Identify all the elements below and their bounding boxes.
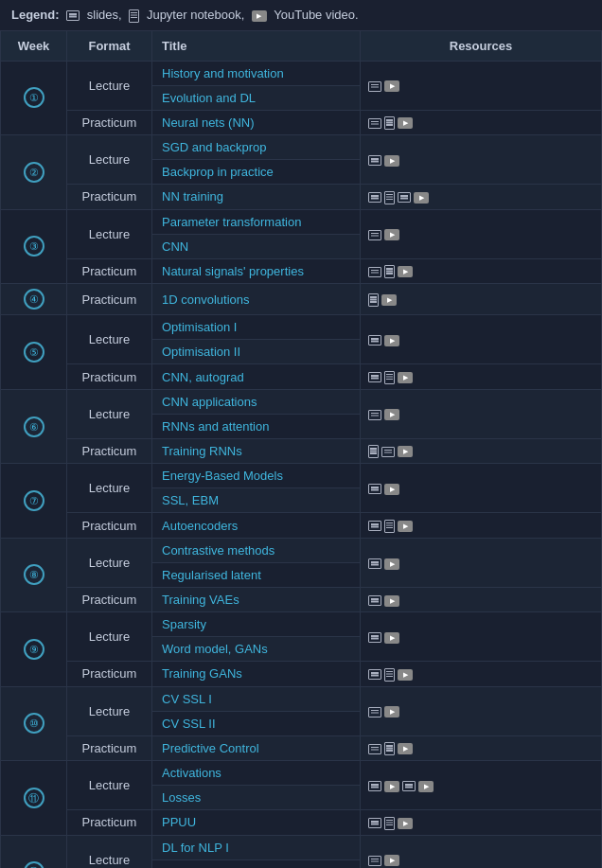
title-cell[interactable]: Predictive Control	[152, 735, 361, 761]
slides-icon[interactable]	[402, 781, 416, 791]
youtube-icon[interactable]	[381, 294, 397, 306]
title-cell[interactable]: SGD and backprop	[152, 135, 361, 160]
title-cell[interactable]: Parameter transformation	[152, 209, 361, 234]
jupyter-icon[interactable]	[384, 817, 395, 830]
table-row: ⑤LectureOptimisation I	[1, 315, 602, 340]
title-cell[interactable]: PPUU	[152, 810, 361, 836]
slides-icon[interactable]	[368, 856, 381, 866]
title-cell[interactable]: Word model, GANs	[152, 636, 361, 661]
table-row: ⑦LectureEnergy-Based Models	[1, 464, 602, 488]
slides-icon[interactable]	[368, 595, 381, 606]
title-cell[interactable]: Regularised latent	[152, 562, 361, 587]
youtube-icon[interactable]	[384, 855, 399, 866]
slides-icon[interactable]	[368, 484, 381, 494]
title-cell[interactable]: Optimisation I	[152, 315, 361, 340]
title-cell[interactable]: Training GANs	[152, 661, 361, 686]
title-cell[interactable]: Neural nets (NN)	[152, 110, 361, 135]
week-cell: ⑧	[1, 538, 67, 611]
jupyter-icon[interactable]	[384, 371, 395, 384]
youtube-icon[interactable]	[384, 632, 399, 644]
slides-icon[interactable]	[368, 335, 381, 345]
slides-icon[interactable]	[368, 781, 381, 791]
jupyter-icon[interactable]	[384, 191, 395, 204]
title-cell[interactable]: DL for NLP I	[152, 835, 361, 859]
youtube-icon[interactable]	[384, 595, 399, 607]
youtube-icon[interactable]	[398, 117, 413, 129]
slides-icon[interactable]	[368, 372, 381, 382]
week-cell: ⑪	[1, 761, 67, 836]
title-cell[interactable]: CV SSL I	[152, 686, 361, 711]
jupyter-icon[interactable]	[384, 742, 395, 755]
slides-icon[interactable]	[368, 118, 381, 129]
youtube-icon[interactable]	[398, 372, 413, 383]
slides-icon[interactable]	[368, 410, 381, 420]
title-cell[interactable]: CNN applications	[152, 389, 361, 414]
title-cell[interactable]: DL for NLP II	[152, 859, 361, 868]
youtube-icon[interactable]	[384, 80, 399, 92]
youtube-icon[interactable]	[398, 743, 413, 754]
week-number: ⑦	[24, 490, 44, 511]
youtube-icon[interactable]	[418, 781, 434, 792]
week-number: ①	[24, 87, 44, 108]
slides-icon[interactable]	[368, 669, 381, 680]
slides-icon[interactable]	[368, 632, 381, 643]
youtube-icon[interactable]	[398, 521, 413, 532]
slides-icon[interactable]	[368, 558, 381, 569]
title-cell[interactable]: RNNs and attention	[152, 414, 361, 438]
slides-icon[interactable]	[381, 447, 395, 457]
youtube-icon[interactable]	[384, 558, 399, 570]
title-cell[interactable]: Sparsity	[152, 611, 361, 636]
youtube-icon[interactable]	[398, 818, 413, 829]
youtube-icon[interactable]	[398, 446, 413, 457]
title-cell[interactable]: Backprop in practice	[152, 160, 361, 185]
jupyter-icon[interactable]	[384, 265, 395, 278]
title-cell[interactable]: CNN	[152, 234, 361, 258]
slides-icon[interactable]	[368, 744, 381, 754]
slides-icon[interactable]	[398, 192, 411, 203]
resources-cell	[361, 284, 602, 315]
title-cell[interactable]: NN training	[152, 185, 361, 210]
title-cell[interactable]: Losses	[152, 786, 361, 810]
slides-icon[interactable]	[368, 81, 381, 92]
jupyter-icon[interactable]	[384, 520, 395, 533]
youtube-icon[interactable]	[384, 155, 399, 167]
title-cell[interactable]: History and motivation	[152, 61, 361, 85]
title-cell[interactable]: CNN, autograd	[152, 364, 361, 390]
title-cell[interactable]: Natural signals' properties	[152, 258, 361, 284]
slides-icon[interactable]	[368, 521, 381, 531]
jupyter-icon[interactable]	[384, 668, 395, 682]
format-cell: Practicum	[67, 587, 152, 611]
slides-icon[interactable]	[368, 230, 381, 240]
jupyter-icon[interactable]	[384, 116, 395, 130]
title-cell[interactable]: Training VAEs	[152, 587, 361, 611]
youtube-icon[interactable]	[384, 229, 399, 240]
title-cell[interactable]: Contrastive methods	[152, 538, 361, 562]
jupyter-icon[interactable]	[368, 293, 379, 307]
youtube-legend-icon	[252, 10, 267, 22]
youtube-icon[interactable]	[398, 669, 413, 681]
title-cell[interactable]: Energy-Based Models	[152, 464, 361, 488]
youtube-icon[interactable]	[384, 706, 399, 717]
title-cell[interactable]: 1D convolutions	[152, 284, 361, 315]
youtube-icon[interactable]	[384, 335, 399, 346]
title-cell[interactable]: Training RNNs	[152, 438, 361, 464]
youtube-icon[interactable]	[398, 266, 413, 277]
youtube-icon[interactable]	[384, 484, 399, 495]
youtube-icon[interactable]	[414, 192, 429, 204]
title-cell[interactable]: SSL, EBM	[152, 488, 361, 513]
slides-icon[interactable]	[368, 707, 381, 717]
title-cell[interactable]: Optimisation II	[152, 340, 361, 364]
slides-legend-label: slides,	[87, 8, 125, 22]
youtube-icon[interactable]	[384, 409, 399, 420]
title-cell[interactable]: Autoencoders	[152, 513, 361, 539]
week-cell: ①	[1, 61, 67, 135]
youtube-icon[interactable]	[384, 781, 399, 792]
slides-icon[interactable]	[368, 818, 381, 828]
title-cell[interactable]: CV SSL II	[152, 711, 361, 735]
slides-icon[interactable]	[368, 155, 381, 166]
slides-icon[interactable]	[368, 267, 381, 277]
jupyter-icon[interactable]	[368, 445, 379, 458]
slides-icon[interactable]	[368, 192, 381, 203]
title-cell[interactable]: Activations	[152, 761, 361, 786]
title-cell[interactable]: Evolution and DL	[152, 85, 361, 110]
